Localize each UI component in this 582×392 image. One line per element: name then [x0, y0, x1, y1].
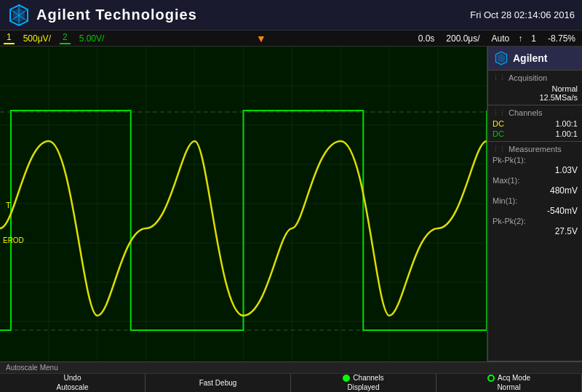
acquisition-section: Acquisition Normal 12.5MSa/s [488, 71, 582, 105]
svg-marker-26 [498, 54, 505, 63]
meas2-label: Max(1): [493, 176, 578, 185]
undo-autoscale-label2: Autoscale [57, 383, 89, 392]
trigger-mode: Auto [489, 33, 513, 44]
channels-displayed-label2: Displayed [348, 383, 380, 392]
meas4-label: Pk-Pk(2): [493, 217, 578, 225]
undo-autoscale-label: Undo [64, 374, 81, 383]
time-scale: 200.0μs/ [443, 33, 482, 44]
measurements-section: Measurements Pk-Pk(1): 1.03V Max(1): 480… [488, 142, 582, 361]
right-logo: Agilent [488, 47, 582, 71]
meas3-label: Min(1): [493, 196, 578, 205]
channels-displayed-button[interactable]: Channels Displayed [291, 374, 436, 392]
ch1-indicator[interactable]: 1 [4, 32, 15, 44]
ch1-coupling: DC [493, 119, 504, 128]
ch1-row: DC 1.00:1 [493, 119, 578, 128]
ch2-coupling: DC [493, 129, 504, 138]
waveform-svg: T EROD [0, 47, 487, 361]
right-logo-text: Agilent [513, 52, 547, 64]
measurements-title: Measurements [493, 145, 578, 153]
ch1-scale: 500μV/ [20, 33, 54, 44]
autoscale-menu-title: Autoscale Menu [0, 362, 582, 374]
svg-text:T: T [6, 201, 11, 209]
acq-mode-button[interactable]: Acq Mode Normal [436, 374, 582, 392]
trigger-arrow: ↑ [518, 33, 522, 44]
ch2-row: DC 1.00:1 [493, 129, 578, 138]
fast-debug-label: Fast Debug [199, 379, 237, 388]
acquisition-mode: Normal [493, 84, 578, 93]
time-position: 0.0s [415, 33, 438, 44]
meas2-value: 480mV [493, 185, 578, 196]
bottom-bar: Autoscale Menu Undo Autoscale Fast Debug… [0, 361, 582, 392]
header: Agilent Technologies Fri Oct 28 02:14:06… [0, 0, 582, 31]
ch-ref: 1 [528, 33, 539, 44]
right-logo-icon [494, 51, 509, 65]
ch2-indicator[interactable]: 2 [60, 32, 71, 44]
acq-mode-label: Acq Mode [498, 374, 530, 383]
status-bar: 1 500μV/ 2 5.00V/ ▼ 0.0s 200.0μs/ Auto ↑… [0, 31, 582, 47]
agilent-logo-icon [7, 4, 31, 27]
acq-mode-label2: Normal [497, 383, 520, 392]
meas1-label: Pk-Pk(1): [493, 156, 578, 164]
bottom-buttons: Undo Autoscale Fast Debug Channels Displ… [0, 374, 582, 392]
right-panel: Agilent Acquisition Normal 12.5MSa/s Cha… [487, 47, 582, 361]
undo-autoscale-button[interactable]: Undo Autoscale [0, 374, 146, 392]
channels-title: Channels [493, 108, 578, 117]
channels-displayed-icon-row: Channels [343, 374, 383, 383]
datetime: Fri Oct 28 02:14:06 2016 [470, 9, 575, 20]
svg-text:EROD: EROD [3, 236, 24, 244]
ch2-scale: 5.00V/ [76, 33, 108, 44]
company-name: Agilent Technologies [36, 7, 197, 23]
fast-debug-button[interactable]: Fast Debug [146, 374, 291, 392]
channels-label: Channels [353, 374, 383, 383]
channels-displayed-radio-icon [343, 375, 350, 382]
acquisition-rate: 12.5MSa/s [493, 93, 578, 102]
meas3-value: -540mV [493, 205, 578, 217]
meas1-value: 1.03V [493, 164, 578, 176]
acq-mode-radio-icon [487, 375, 495, 382]
ch2-probe: 1.00:1 [555, 129, 578, 138]
ch1-probe: 1.00:1 [555, 119, 578, 128]
channels-section: Channels DC 1.00:1 DC 1.00:1 [488, 105, 582, 142]
meas4-value: 27.5V [493, 225, 578, 237]
scope-display[interactable]: T EROD [0, 47, 487, 361]
acquisition-title: Acquisition [493, 73, 578, 82]
main-content: T EROD Agilent Acquisition Normal 12.5MS… [0, 47, 582, 361]
offset-value: -8.75% [545, 33, 578, 44]
acq-mode-icon-row: Acq Mode [487, 374, 530, 383]
logo-area: Agilent Technologies [7, 4, 197, 27]
trigger-marker: ▼ [256, 33, 266, 44]
